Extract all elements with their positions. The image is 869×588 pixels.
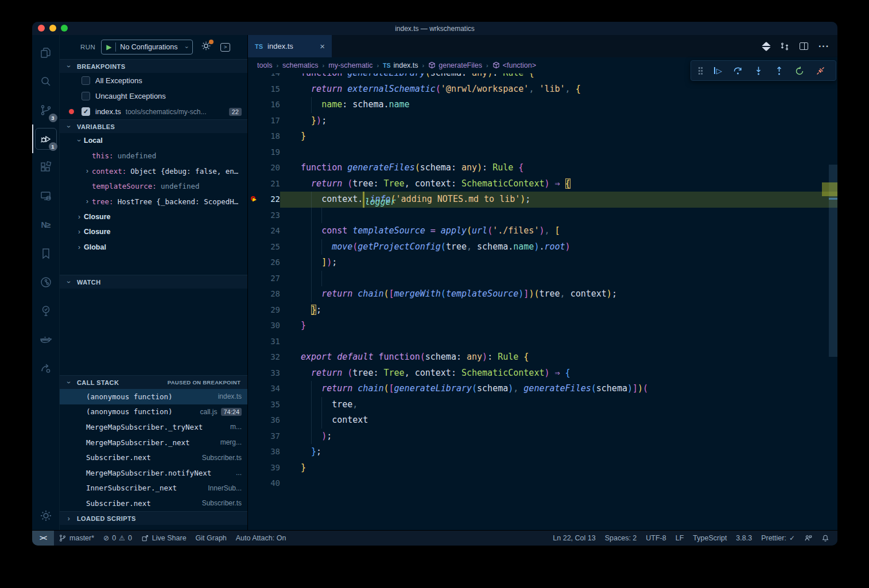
gutter-glyph-margin[interactable] (248, 113, 261, 129)
breakpoint-checkbox[interactable]: ✓ (82, 107, 90, 116)
status-indentation[interactable]: Spaces: 2 (600, 531, 642, 546)
status-prettier[interactable]: Prettier:✓ (757, 531, 800, 546)
step-into-button[interactable] (754, 66, 763, 76)
disconnect-button[interactable] (816, 66, 825, 76)
code-line[interactable]: 37 ); (248, 429, 837, 445)
code-line[interactable]: 36 context (248, 412, 837, 429)
code-line[interactable]: 19 (248, 145, 837, 161)
gutter-glyph-margin[interactable] (248, 81, 261, 98)
variable-row[interactable]: ›this:undefined (60, 149, 247, 164)
breakpoint-row[interactable]: All Exceptions (60, 73, 247, 88)
twisty-icon[interactable]: › (83, 197, 92, 205)
gutter-glyph-margin[interactable] (248, 128, 261, 145)
code-line[interactable]: 30} (248, 318, 837, 334)
twisty-icon[interactable]: › (75, 213, 84, 221)
breakpoint-checkbox[interactable] (82, 76, 90, 85)
variable-row[interactable]: ›context:Object {debug: false, en… (60, 163, 247, 179)
gutter-glyph-margin[interactable] (248, 97, 261, 113)
diamond-icon[interactable] (762, 41, 771, 51)
status-live-share[interactable]: Live Share (137, 531, 191, 546)
section-header-breakpoints[interactable]: › BREAKPOINTS (60, 59, 247, 73)
status-feedback[interactable] (800, 531, 817, 546)
code-line[interactable]: 15 return externalSchematic('@nrwl/works… (248, 81, 837, 98)
code-line[interactable]: 17 }); (248, 113, 837, 129)
code-line[interactable]: 34 return chain([generateLibrary(schema)… (248, 381, 837, 397)
call-stack-frame[interactable]: MergeMapSubscriber._tryNextm... (60, 419, 247, 435)
gutter-glyph-margin[interactable] (248, 444, 261, 460)
code-line[interactable]: 32export default function(schema: any): … (248, 349, 837, 365)
code-line[interactable]: 21 return (tree: Tree, context: Schemati… (248, 176, 837, 192)
status-notifications[interactable] (817, 531, 834, 546)
step-out-button[interactable] (774, 66, 784, 76)
restart-button[interactable] (795, 66, 805, 76)
gutter-glyph-margin[interactable] (248, 176, 261, 192)
sidebar-item-remote-explorer[interactable] (32, 182, 60, 211)
gutter-glyph-margin[interactable] (248, 255, 261, 271)
gutter-glyph-margin[interactable] (248, 223, 261, 239)
call-stack-frame[interactable]: InnerSubscriber._nextInnerSub... (60, 481, 247, 496)
status-encoding[interactable]: UTF-8 (641, 531, 670, 546)
gutter-glyph-margin[interactable] (248, 365, 261, 381)
scope-row[interactable]: ›Closure (60, 209, 247, 225)
gutter-glyph-margin[interactable] (248, 397, 261, 413)
scope-row[interactable]: ›Global (60, 240, 247, 255)
gutter-glyph-margin[interactable] (248, 412, 261, 429)
section-header-loaded-scripts[interactable]: › LOADED SCRIPTS (60, 511, 247, 525)
code-line[interactable]: ▶22 context.logger.info('adding NOTES.md… (248, 192, 837, 208)
call-stack-frame[interactable]: (anonymous function)call.js74:24 (60, 404, 247, 420)
scope-row[interactable]: ›Local (60, 133, 247, 149)
code-line[interactable]: 29 }; (248, 302, 837, 318)
debug-configuration-dropdown[interactable]: ▶ No Configurations › (101, 40, 193, 54)
minimize-window-button[interactable] (49, 25, 56, 32)
variable-row[interactable]: ›templateSource:undefined (60, 179, 247, 194)
breadcrumb-item-schematics[interactable]: schematics (282, 61, 319, 69)
sidebar-item-bookmarks[interactable] (32, 239, 60, 268)
code-line[interactable]: 28 return chain([mergeWith(templateSourc… (248, 286, 837, 302)
sidebar-item-source-control[interactable]: 3 (32, 96, 60, 124)
gutter-glyph-margin[interactable] (248, 302, 261, 318)
breakpoint-row[interactable]: ✓index.tstools/schematics/my-sch...22 (60, 104, 247, 119)
gutter-glyph-margin[interactable] (248, 73, 261, 81)
code-line[interactable]: 26 ]); (248, 255, 837, 271)
section-header-call-stack[interactable]: › CALL STACK PAUSED ON BREAKPOINT (60, 375, 247, 389)
gutter-glyph-margin[interactable] (248, 334, 261, 350)
debug-console-button[interactable]: > (220, 43, 230, 52)
manage-button[interactable] (32, 501, 60, 530)
variable-row[interactable]: ›tree:HostTree {_backend: ScopedH… (60, 194, 247, 209)
gutter-glyph-margin[interactable] (248, 318, 261, 334)
split-editor-icon[interactable] (800, 42, 808, 50)
sidebar-item-extensions[interactable] (32, 153, 60, 182)
gutter-glyph-margin[interactable] (248, 208, 261, 224)
gutter-glyph-margin[interactable] (248, 349, 261, 365)
gutter-glyph-margin[interactable] (248, 286, 261, 302)
sidebar-item-run-and-debug[interactable]: 1 (32, 124, 60, 153)
breadcrumb-item-my-schematic[interactable]: my-schematic (328, 61, 373, 69)
gutter-glyph-margin[interactable] (248, 429, 261, 445)
call-stack-frame[interactable]: MergeMapSubscriber._nextmerg... (60, 435, 247, 450)
breakpoint-checkbox[interactable] (82, 92, 90, 100)
gutter-glyph-margin[interactable] (248, 160, 261, 176)
call-stack-frame[interactable]: Subscriber.nextSubscriber.ts (60, 496, 247, 511)
sidebar-item-test-explorer[interactable] (32, 297, 60, 325)
status-git-branch[interactable]: master* (54, 531, 99, 546)
code-line[interactable]: 23 (248, 208, 837, 224)
code-line[interactable]: 33 return (tree: Tree, context: Schemati… (248, 365, 837, 381)
twisty-icon[interactable]: › (83, 167, 92, 175)
breadcrumb-item-generatefiles[interactable]: generateFiles (428, 61, 482, 69)
code-line[interactable]: 24 const templateSource = apply(url('./f… (248, 223, 837, 239)
section-header-watch[interactable]: › WATCH (60, 275, 247, 289)
sidebar-item-search[interactable] (32, 67, 60, 96)
breadcrumb-item--function-[interactable]: <function> (492, 61, 536, 69)
gutter-glyph-margin[interactable] (248, 381, 261, 397)
start-debugging-icon[interactable]: ▶ (106, 43, 111, 51)
configure-button[interactable] (201, 41, 211, 53)
close-tab-icon[interactable]: × (320, 41, 325, 51)
code-line[interactable]: 35 tree, (248, 397, 837, 413)
zoom-window-button[interactable] (61, 25, 68, 32)
section-header-variables[interactable]: › VARIABLES (60, 119, 247, 133)
breakpoint-row[interactable]: Uncaught Exceptions (60, 88, 247, 104)
status-eol[interactable]: LF (671, 531, 689, 546)
gutter-glyph-margin[interactable] (248, 476, 261, 492)
code-line[interactable]: 31 (248, 334, 837, 350)
code-line[interactable]: 18} (248, 128, 837, 145)
